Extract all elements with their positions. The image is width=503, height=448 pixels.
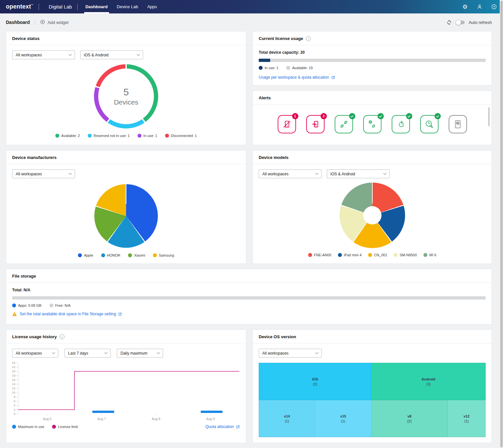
page-scrollbar[interactable] bbox=[500, 0, 503, 448]
svg-text:12: 12 bbox=[12, 386, 15, 390]
tab-dashboard[interactable]: Dashboard bbox=[81, 0, 112, 13]
tab-device-lab[interactable]: Device Lab bbox=[112, 0, 143, 13]
manufacturers-legend: AppleHONORXiaomiSamsung bbox=[6, 253, 246, 257]
alert-tile-connector-settings[interactable] bbox=[363, 115, 382, 133]
legend-dot-icon bbox=[78, 253, 82, 257]
capacity-label: Total device capacity: 20 bbox=[259, 50, 486, 55]
widget-title: Alerts bbox=[259, 95, 271, 100]
license-expiration-icon bbox=[424, 119, 434, 129]
file-storage-widget: File storage Total: N/A Apps: 0.08 GBFre… bbox=[6, 269, 492, 324]
apple-icon bbox=[396, 119, 406, 129]
external-link-icon bbox=[331, 75, 335, 80]
os-filter-dropdown[interactable]: iOS & Android bbox=[80, 50, 143, 59]
chevron-down-icon bbox=[69, 172, 72, 175]
os-filter-dropdown[interactable]: iOS & Android bbox=[327, 169, 390, 178]
alert-count-badge: 1 bbox=[292, 113, 298, 119]
opentext-logo: opentext™ bbox=[6, 3, 33, 10]
alert-tile-connector[interactable] bbox=[335, 115, 353, 133]
treemap-cell-v14[interactable]: v14(1) bbox=[259, 400, 315, 437]
dropdown-value: All workspaces bbox=[262, 351, 289, 356]
scrollbar-thumb[interactable] bbox=[500, 1, 503, 447]
svg-text:0: 0 bbox=[14, 412, 15, 416]
external-link-icon bbox=[118, 312, 122, 316]
treemap-cell-android[interactable]: Android(3) bbox=[371, 363, 486, 400]
help-icon[interactable]: ? bbox=[491, 4, 497, 10]
dropdown-value: All workspaces bbox=[16, 53, 42, 57]
svg-text:4: 4 bbox=[14, 403, 15, 407]
usage-per-workspace-link[interactable]: Usage per workspace & quota allocation bbox=[259, 75, 335, 80]
legend-dot-icon bbox=[101, 253, 105, 257]
settings-icon[interactable]: ⚙ bbox=[462, 4, 468, 10]
alert-tile-disk-space[interactable] bbox=[449, 115, 467, 133]
legend-item: HONOR bbox=[101, 253, 121, 257]
legend-item: Apple bbox=[78, 253, 93, 257]
workspace-filter-dropdown[interactable]: All workspaces bbox=[12, 169, 75, 178]
file-storage-setting-link[interactable]: Set the total available disk space in Fi… bbox=[20, 312, 122, 316]
legend-dot-icon bbox=[88, 134, 92, 138]
legend-dot-icon bbox=[165, 134, 169, 138]
workspace-filter-dropdown[interactable]: All workspaces bbox=[12, 349, 58, 358]
legend-item: MI 6 bbox=[423, 253, 436, 257]
tab-apps[interactable]: Apps bbox=[143, 0, 162, 13]
chevron-down-icon bbox=[383, 172, 387, 175]
chevron-down-icon bbox=[52, 351, 55, 354]
dashboard-content: Device status All workspaces iOS & Andro… bbox=[0, 31, 503, 443]
external-link-icon bbox=[236, 425, 240, 429]
alerts-scrollbar[interactable] bbox=[488, 107, 490, 126]
auto-refresh-toggle[interactable] bbox=[456, 21, 465, 24]
connector-settings-icon bbox=[367, 119, 377, 129]
dropdown-value: Last 7 days bbox=[68, 351, 88, 356]
legend-item: iPad mini 4 bbox=[338, 253, 362, 257]
legend-item: Xiaomi bbox=[128, 253, 145, 257]
info-icon[interactable]: i bbox=[60, 334, 65, 339]
total-label: Total: N/A bbox=[12, 288, 486, 292]
primary-tabs: Dashboard Device Lab Apps bbox=[81, 0, 162, 13]
treemap-cell-ios[interactable]: iOS(2) bbox=[259, 363, 371, 400]
svg-text:10: 10 bbox=[12, 391, 15, 394]
treemap-cell-v8[interactable]: v8(2) bbox=[371, 400, 448, 437]
period-filter-dropdown[interactable]: Last 7 days bbox=[65, 349, 111, 358]
warning-icon bbox=[12, 312, 17, 316]
refresh-icon[interactable] bbox=[446, 20, 452, 25]
add-widget-label: Add widget bbox=[47, 20, 68, 25]
history-legend: Maximum in useLicense limit bbox=[12, 425, 78, 429]
chevron-down-icon bbox=[315, 351, 319, 354]
info-icon[interactable]: i bbox=[306, 36, 311, 41]
toolbar-divider bbox=[35, 20, 35, 25]
check-badge bbox=[435, 113, 441, 119]
product-name[interactable]: Digital Lab bbox=[49, 4, 72, 10]
legend-item: Samsung bbox=[153, 253, 174, 257]
quota-allocation-link[interactable]: Quota allocation bbox=[205, 424, 240, 429]
workspace-filter-dropdown[interactable]: All workspaces bbox=[12, 50, 75, 59]
widget-title: Device models bbox=[259, 155, 289, 160]
device-status-legend: Available: 2Reserved not in use: 1In use… bbox=[6, 134, 246, 138]
donut-hole bbox=[363, 206, 382, 224]
aggregation-filter-dropdown[interactable]: Daily maximum bbox=[117, 349, 163, 358]
alert-tile-license-expiration[interactable] bbox=[420, 115, 438, 133]
legend-dot-icon bbox=[368, 253, 372, 257]
treemap-cell-v15[interactable]: v15(1) bbox=[315, 400, 371, 437]
license-usage-history-widget: License usage history i All workspaces L… bbox=[6, 329, 246, 443]
legend-item: CN_001 bbox=[368, 253, 387, 257]
alert-tile-device-health[interactable]: 3 bbox=[306, 115, 325, 133]
legend-dot-icon bbox=[52, 425, 56, 429]
manufacturers-pie-chart bbox=[94, 184, 158, 248]
svg-text:18: 18 bbox=[12, 374, 15, 377]
device-health-icon bbox=[310, 119, 320, 129]
alert-tile-apple[interactable] bbox=[392, 115, 410, 133]
nav-divider bbox=[77, 4, 78, 10]
legend-item: License limit bbox=[52, 425, 78, 429]
add-widget-button[interactable]: Add widget bbox=[40, 19, 68, 26]
license-usage-legend: In use: 1Available: 19 bbox=[259, 66, 486, 70]
workspace-filter-dropdown[interactable]: All workspaces bbox=[259, 169, 322, 178]
device-status-widget: Device status All workspaces iOS & Andro… bbox=[6, 31, 246, 145]
widget-title: Device status bbox=[12, 36, 40, 41]
treemap-cell-v12[interactable]: v12(1) bbox=[448, 400, 486, 437]
workspace-filter-dropdown[interactable]: All workspaces bbox=[259, 349, 322, 358]
svg-text:Aug 6: Aug 6 bbox=[43, 417, 52, 421]
user-icon[interactable] bbox=[476, 4, 483, 10]
alert-tile-device-disconnected[interactable]: 1 bbox=[278, 115, 296, 133]
treemap-row: iOS(2)Android(3) bbox=[259, 363, 486, 400]
check-badge bbox=[406, 113, 412, 119]
svg-text:6: 6 bbox=[14, 399, 15, 403]
